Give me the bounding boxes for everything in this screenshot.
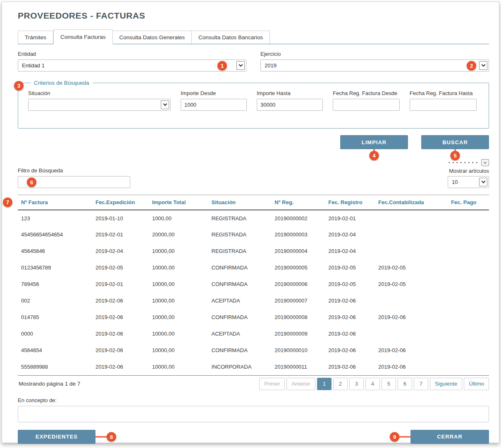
cell: 002 — [18, 293, 92, 309]
fecha-reg-hasta-label: Fecha Reg. Factura Hasta — [410, 90, 477, 96]
cell: 10000,00 — [149, 243, 208, 260]
cerrar-button[interactable]: CERRAR — [410, 430, 489, 444]
cell — [438, 243, 489, 260]
table-row[interactable]: 45456654654654 2019-02-01 20000,00 REGIS… — [18, 226, 489, 243]
pagination-page-4[interactable]: 4 — [365, 378, 380, 390]
pagination-page-1[interactable]: 1 — [317, 378, 332, 390]
column-header[interactable]: Situación — [208, 195, 272, 210]
cell: 2019-02-05 — [92, 260, 149, 276]
cell: 20190000009 — [271, 326, 325, 342]
table-row[interactable]: 014785 2019-02-06 10000,00 CONFIRMADA 20… — [18, 309, 489, 326]
expedientes-button[interactable]: EXPEDIENTES — [18, 430, 95, 444]
pagination-first[interactable]: Primer — [259, 378, 285, 390]
table-row[interactable]: 0123456789 2019-02-05 10000,00 CONFIRMAD… — [18, 260, 489, 276]
cell: 2019-02-01 — [325, 210, 375, 226]
ejercicio-select[interactable]: 2019 2 — [260, 60, 489, 71]
cell: 1000,00 — [149, 210, 208, 226]
cell: 0123456789 — [18, 260, 92, 276]
cell: 10000,00 — [149, 326, 208, 342]
table-row[interactable]: 4564654 2019-02-06 10000,00 CONFIRMADA 2… — [18, 342, 489, 359]
cell: CONFIRMADA — [208, 309, 272, 326]
entidad-value: Entidad 1 — [22, 62, 45, 69]
cell: 10000,00 — [149, 342, 208, 359]
cell: 20190000011 — [271, 359, 325, 375]
callout-5: 5 — [451, 151, 460, 160]
tab-label: Consulta Datos Bancarios — [198, 34, 263, 41]
cell — [375, 293, 438, 309]
chevron-down-icon — [236, 61, 245, 70]
cell: CONFIRMADA — [208, 276, 272, 293]
fecha-reg-desde-label: Fecha Reg. Factura Desde — [333, 90, 400, 96]
cell — [438, 260, 489, 276]
cell — [438, 326, 489, 342]
table-row[interactable]: 789456 2019-02-01 10000,00 CONFIRMADA 20… — [18, 276, 489, 293]
cell: 2019-02-06 — [325, 309, 375, 326]
column-header[interactable]: Fec. Registro — [325, 195, 375, 210]
pagination-last[interactable]: Último — [464, 378, 489, 390]
column-header[interactable]: Fec.Expedición — [92, 195, 149, 210]
tab-consulta-datos-bancarios[interactable]: Consulta Datos Bancarios — [192, 31, 270, 44]
importe-desde-label: Importe Desde — [181, 90, 247, 96]
table-row[interactable]: 45645646 2019-02-04 10000,00 REGISTRADA … — [18, 243, 489, 260]
pagination-info: Mostrando página 1 de 7 — [18, 381, 80, 387]
importe-hasta-input[interactable] — [257, 99, 323, 111]
cell: REGISTRADA — [208, 226, 272, 243]
pagination-next[interactable]: Siguiente — [430, 378, 462, 390]
pagination-prev[interactable]: Anterior — [286, 378, 315, 390]
cell: 2019-02-04 — [325, 243, 375, 260]
cell: 2019-02-04 — [325, 226, 375, 243]
buscar-button[interactable]: BUSCAR — [421, 135, 489, 149]
callout-7: 7 — [3, 198, 12, 207]
cell: 20190000008 — [271, 309, 325, 326]
limpiar-button[interactable]: LIMPIAR — [340, 135, 408, 149]
chevron-down-icon — [479, 61, 487, 70]
cell: INCORPORADA — [208, 359, 272, 375]
filtro-busqueda-label: Filtro de Búsqueda — [18, 167, 130, 174]
tab-label: Consulta Facturas — [60, 34, 106, 40]
table-row[interactable]: 555889988 2019-02-06 10000,00 INCORPORAD… — [18, 359, 489, 375]
pagination-page-5[interactable]: 5 — [382, 378, 396, 390]
pagination-page-3[interactable]: 3 — [349, 378, 364, 390]
cell: 2019-02-04 — [92, 243, 149, 260]
cell — [375, 226, 438, 243]
column-header[interactable]: Fec.Contabilizada — [375, 195, 438, 210]
pagination-page-6[interactable]: 6 — [398, 378, 412, 390]
cell: 2019-02-06 — [325, 359, 375, 375]
cell — [375, 243, 438, 260]
tab-consulta-facturas[interactable]: Consulta Facturas — [53, 29, 113, 44]
importe-desde-input[interactable] — [181, 99, 247, 111]
cell: 45645646 — [18, 243, 92, 260]
table-row[interactable]: 002 2019-02-06 10000,00 ACEPTADA 2019000… — [18, 293, 489, 309]
fecha-reg-desde-input[interactable] — [333, 99, 400, 111]
tab-consulta-datos-generales[interactable]: Consulta Datos Generales — [113, 31, 192, 44]
facturas-table: Nº Factura Fec.Expedición Importe Total … — [18, 195, 489, 375]
cell — [438, 309, 489, 326]
table-row[interactable]: 0000 2019-02-06 10000,00 ACEPTADA 201900… — [18, 326, 489, 342]
tab-tramites[interactable]: Trámites — [18, 31, 53, 44]
cell: 2019-02-06 — [325, 342, 375, 359]
entidad-select[interactable]: Entidad 1 1 — [18, 60, 246, 71]
column-header[interactable]: Fec. Pago — [438, 195, 489, 210]
cell: 2019-02-06 — [375, 359, 438, 375]
column-header[interactable]: Nº Factura — [18, 195, 92, 210]
column-header[interactable]: Nº Reg. — [271, 195, 325, 210]
cell — [438, 276, 489, 293]
column-header[interactable]: Importe Total — [149, 195, 208, 210]
situacion-select[interactable] — [28, 99, 171, 111]
mostrar-articulos-select[interactable]: 10 — [448, 176, 489, 188]
tab-bar: Trámites Consulta Facturas Consulta Dato… — [18, 29, 489, 44]
cell: 555889988 — [18, 359, 92, 375]
table-row[interactable]: 123 2019-01-10 1000,00 REGISTRADA 201900… — [18, 210, 489, 226]
pagination-page-2[interactable]: 2 — [333, 378, 348, 390]
concepto-textarea[interactable] — [18, 406, 489, 422]
cell: 10000,00 — [149, 276, 208, 293]
fecha-reg-hasta-input[interactable] — [410, 99, 477, 111]
callout-8: 8 — [107, 432, 116, 441]
cell: 20190000003 — [271, 226, 325, 243]
cell: ACEPTADA — [208, 293, 272, 309]
cell: 014785 — [18, 309, 92, 326]
chevron-down-icon — [481, 159, 489, 166]
cell: 2019-01-10 — [92, 210, 149, 226]
pagination-page-7[interactable]: 7 — [414, 378, 428, 390]
cell — [438, 210, 489, 226]
